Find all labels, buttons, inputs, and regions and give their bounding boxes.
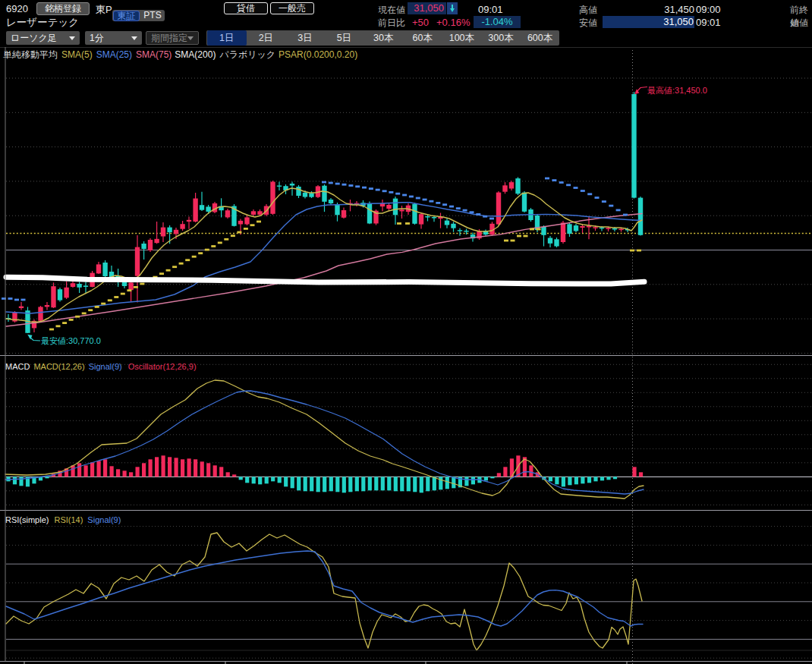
svg-text:最高値:31,450.0: 最高値:31,450.0 — [647, 86, 707, 95]
svg-text:最安値:30,770.0: 最安値:30,770.0 — [41, 336, 101, 345]
